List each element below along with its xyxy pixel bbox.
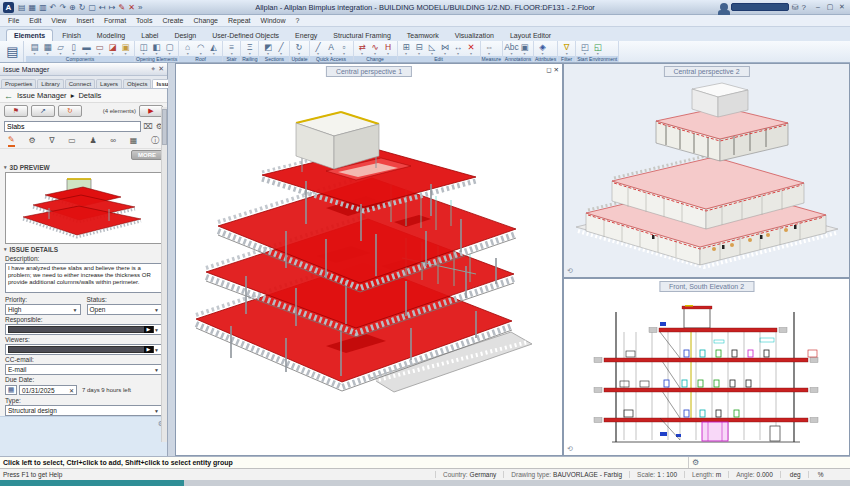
menu-item[interactable]: Repeat [228, 17, 251, 24]
environment-icon[interactable]: ◱ ▾ [591, 42, 604, 56]
palette-tab[interactable]: Connect [65, 79, 95, 88]
details-section-header[interactable]: ▾ ISSUE DETAILS [0, 244, 167, 254]
settings-icon[interactable]: ⚙ [28, 136, 35, 146]
change-offset-icon[interactable]: ⇄ ▾ [356, 42, 369, 56]
refresh-icon[interactable]: ↻ [79, 2, 86, 13]
viewport-title[interactable]: Central perspective 2 [663, 66, 749, 77]
calendar-icon[interactable]: ▦ [5, 385, 17, 395]
undo-icon[interactable]: ↶ [50, 2, 57, 13]
clipping-icon[interactable]: ▫ ▾ [338, 42, 351, 56]
menu-item[interactable]: Tools [136, 17, 152, 24]
open-icon[interactable]: ▤ [18, 2, 26, 13]
viewport-title[interactable]: Front, South Elevation 2 [659, 281, 754, 292]
ribbon-tab[interactable]: Energy [288, 30, 324, 41]
mirror-icon[interactable]: ⋈ ▾ [439, 42, 452, 56]
palette-tab[interactable]: Layers [96, 79, 122, 88]
maximize-button[interactable]: ▢ [825, 3, 835, 11]
close-icon[interactable]: ✕ [158, 65, 164, 73]
column-icon[interactable]: ▯ ▾ [67, 42, 80, 56]
profile-wall-icon[interactable]: ▦ ▾ [41, 42, 54, 56]
palette-tab[interactable]: Properties [1, 79, 36, 88]
foundation-icon[interactable]: ▭ ▾ [93, 42, 106, 56]
recess-icon[interactable]: ▢ ▾ [163, 42, 176, 56]
minimize-button[interactable]: – [813, 3, 823, 11]
chimney-icon[interactable]: ▣ ▾ [119, 42, 132, 56]
copy-icon[interactable]: ⊞ ▾ [400, 42, 413, 56]
close-button[interactable]: ✕ [837, 3, 847, 11]
menu-item[interactable]: Format [104, 17, 126, 24]
skylight-icon[interactable]: ◭ ▾ [207, 42, 220, 56]
menu-item[interactable]: Edit [29, 17, 41, 24]
help-icon[interactable]: ? [802, 3, 806, 12]
viewport-window-controls[interactable]: ◻ ✕ [546, 66, 559, 74]
viewers-select[interactable]: ▶ ▼ [5, 344, 162, 355]
section-icon[interactable]: ◩ ▾ [261, 42, 274, 56]
status-select[interactable]: Open▼ [87, 304, 163, 315]
ribbon-tab[interactable]: Elements [6, 29, 53, 41]
comment-icon[interactable]: ✎ [8, 135, 15, 147]
ribbon-tab[interactable]: Modeling [90, 30, 132, 41]
issue-title-input[interactable] [4, 121, 141, 132]
ribbon-tab[interactable]: Design [167, 30, 203, 41]
info-icon[interactable]: ⓘ [151, 135, 159, 147]
palette-resize-handle[interactable] [168, 63, 175, 456]
menu-item[interactable]: Insert [76, 17, 94, 24]
preview-section-header[interactable]: ▾ 3D PREVIEW [0, 162, 167, 172]
ribbon-tab[interactable]: Visualization [448, 30, 501, 41]
priority-select[interactable]: High▼ [5, 304, 81, 315]
update-3d-icon[interactable]: ↻ ▾ [292, 42, 305, 56]
views-icon[interactable]: ◰ ▾ [578, 42, 591, 56]
back-arrow-icon[interactable]: ← [4, 91, 13, 101]
palette-tab[interactable]: Objects [123, 79, 151, 88]
components-launcher-icon[interactable]: ▤ [2, 41, 24, 62]
menu-item[interactable]: View [51, 17, 66, 24]
redo-icon[interactable]: ↷ [59, 2, 66, 13]
flag-button[interactable]: ⚑ [4, 105, 28, 117]
cc-email-select[interactable]: E-mail▼ [5, 364, 162, 375]
menu-item[interactable]: Create [162, 17, 183, 24]
viewport-central-perspective-1[interactable]: Central perspective 1 ◻ ✕ [175, 63, 563, 456]
align-icon[interactable]: ⊟ ▾ [413, 42, 426, 56]
smart-part-icon[interactable]: ◪ ▾ [106, 42, 119, 56]
modify-icon[interactable]: ✎ [118, 2, 125, 13]
ribbon-tab[interactable]: Layout Editor [503, 30, 558, 41]
print-icon[interactable]: ▥ [39, 2, 47, 13]
ribbon-tab[interactable]: Structural Framing [326, 30, 398, 41]
viewport-title[interactable]: Central perspective 1 [326, 66, 412, 77]
description-textarea[interactable]: I have analyzed these slabs and believe … [5, 263, 162, 293]
image-icon[interactable]: ▦ [130, 136, 138, 146]
view-rotate-icon[interactable]: ⟲ [567, 445, 573, 453]
roof-covering-icon[interactable]: ◠ ▾ [194, 42, 207, 56]
door-icon[interactable]: ◧ ▾ [150, 42, 163, 56]
more-icon[interactable]: » [138, 2, 142, 13]
stretch-icon[interactable]: ↔ ▾ [452, 42, 465, 56]
issue-3d-preview[interactable] [5, 172, 162, 244]
viewport-central-perspective-2[interactable]: Central perspective 2 [563, 63, 850, 278]
menu-item[interactable]: File [8, 17, 19, 24]
filter-funnel-icon[interactable]: ∇ ▾ [560, 42, 573, 56]
palette-title-bar[interactable]: Issue Manager ⌖ ✕ [0, 63, 167, 76]
link-button[interactable]: ↗ [31, 105, 55, 117]
ribbon-tab[interactable]: Finish [55, 30, 88, 41]
wall-icon[interactable]: ▤ ▾ [28, 42, 41, 56]
forward-icon[interactable]: ↦ [109, 2, 116, 13]
breadcrumb-root[interactable]: Issue Manager [17, 91, 67, 100]
person-icon[interactable]: ♟ [89, 136, 96, 146]
clipboard-icon[interactable]: ▢ [89, 2, 97, 13]
palette-tab[interactable]: Library [37, 79, 63, 88]
measure-icon[interactable]: ⇔ ▾ [483, 42, 496, 56]
text-icon[interactable]: A ▾ [325, 42, 338, 56]
responsible-select[interactable]: ▶ ▼ [5, 324, 162, 335]
delete-element-icon[interactable]: ✕ ▾ [465, 42, 478, 56]
user-name-redacted[interactable] [731, 3, 789, 11]
due-date-input[interactable]: 01/31/2025 ✕ [19, 385, 77, 395]
back-icon[interactable]: ↤ [99, 2, 106, 13]
menu-item[interactable]: Window [261, 17, 286, 24]
view-rotate-icon[interactable]: ⟲ [567, 267, 573, 275]
annotation-icon[interactable]: Abc ▾ [505, 42, 518, 56]
stair-icon[interactable]: ≡ ▾ [225, 42, 238, 56]
slab-icon[interactable]: ▱ ▾ [54, 42, 67, 56]
zoom-icon[interactable]: ⊕ [69, 2, 76, 13]
roof-plane-icon[interactable]: ⌂ ▾ [181, 42, 194, 56]
ribbon-tab[interactable]: Label [134, 30, 165, 41]
